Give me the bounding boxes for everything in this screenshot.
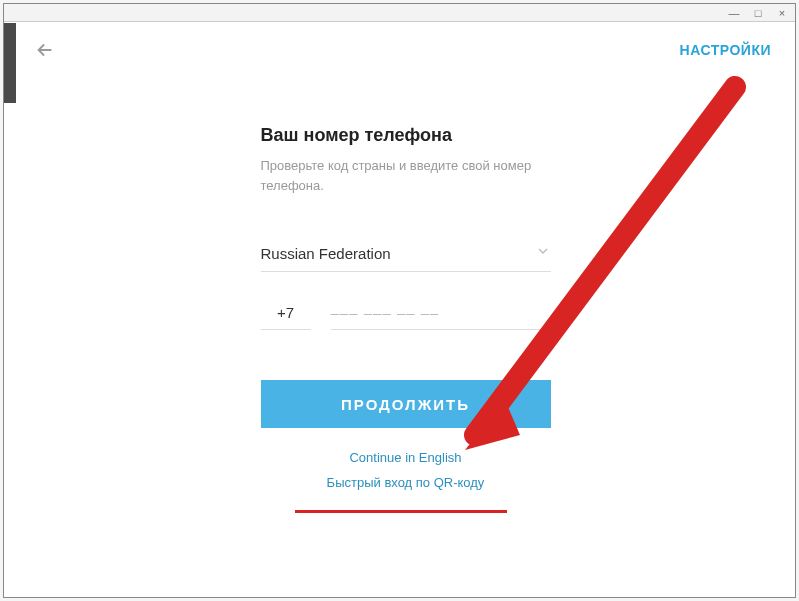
qr-login-link[interactable]: Быстрый вход по QR-коду xyxy=(261,475,551,490)
arrow-left-icon xyxy=(34,39,56,61)
minimize-button[interactable]: — xyxy=(727,6,741,20)
chevron-down-icon xyxy=(535,243,551,263)
country-code-input[interactable]: +7 xyxy=(261,304,311,330)
phone-number-input[interactable]: ––– ––– –– –– xyxy=(331,304,551,330)
country-name: Russian Federation xyxy=(261,245,391,262)
settings-link[interactable]: НАСТРОЙКИ xyxy=(680,42,771,58)
continue-button[interactable]: ПРОДОЛЖИТЬ xyxy=(261,380,551,428)
back-button[interactable] xyxy=(34,39,56,61)
sidebar-stub xyxy=(4,23,16,103)
country-selector[interactable]: Russian Federation xyxy=(261,243,551,272)
page-title: Ваш номер телефона xyxy=(261,125,551,146)
continue-english-link[interactable]: Continue in English xyxy=(261,450,551,465)
close-button[interactable]: × xyxy=(775,6,789,20)
page-subtitle: Проверьте код страны и введите свой номе… xyxy=(261,156,551,195)
window-titlebar: — □ × xyxy=(4,4,795,22)
maximize-button[interactable]: □ xyxy=(751,6,765,20)
